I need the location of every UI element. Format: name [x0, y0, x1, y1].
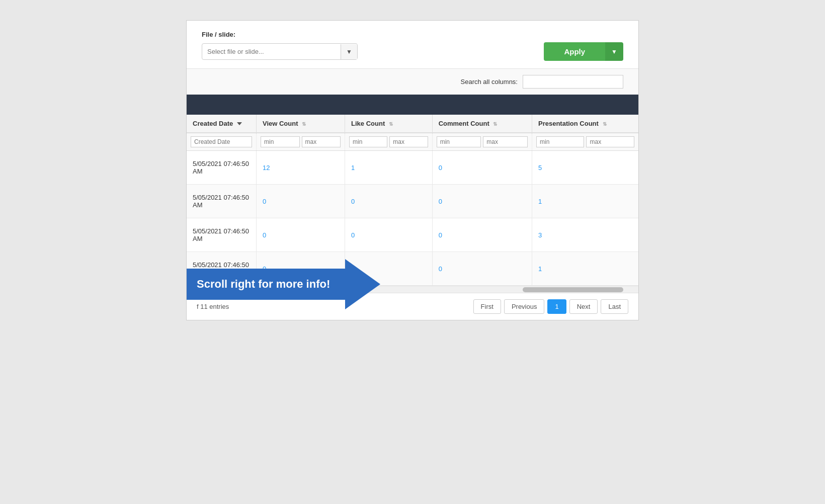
file-slide-row: ▼ Apply ▼: [202, 42, 623, 61]
col-header-presentation-count[interactable]: Presentation Count ⇅: [532, 115, 638, 133]
file-slide-label: File / slide:: [202, 31, 623, 38]
sort-down-icon: [237, 122, 242, 125]
table-wrapper[interactable]: Created Date View Count ⇅ Like Count ⇅ C…: [187, 115, 638, 286]
filter-view-max[interactable]: [302, 136, 341, 147]
cell-presentation-count-3[interactable]: 1: [532, 252, 638, 286]
cell-created-date-0: 5/05/2021 07:46:50 AM: [187, 151, 256, 185]
scrollbar-thumb[interactable]: [523, 287, 623, 292]
file-select-chevron-icon[interactable]: ▼: [341, 44, 357, 59]
filter-presentation-min[interactable]: [536, 136, 585, 147]
cell-comment-count-1[interactable]: 0: [432, 185, 532, 218]
filter-view-count: [256, 133, 345, 151]
top-section: File / slide: ▼ Apply ▼: [187, 21, 638, 68]
last-page-button[interactable]: Last: [601, 299, 628, 314]
filter-created-date-input[interactable]: [191, 136, 252, 147]
apply-dropdown-button[interactable]: ▼: [605, 42, 623, 61]
main-panel: File / slide: ▼ Apply ▼ Search all colum…: [186, 20, 639, 320]
filter-comment-min[interactable]: [437, 136, 481, 147]
search-label: Search all columns:: [461, 78, 518, 86]
previous-page-button[interactable]: Previous: [504, 299, 545, 314]
column-headers-row: Created Date View Count ⇅ Like Count ⇅ C…: [187, 115, 638, 133]
filter-comment-max[interactable]: [483, 136, 528, 147]
file-select-wrapper: ▼: [202, 43, 358, 60]
filter-like-count: [345, 133, 433, 151]
table-row: 5/05/2021 07:46:50 AM 12 1 0 5: [187, 151, 638, 185]
sort-icon-presentation: ⇅: [603, 121, 607, 127]
entries-text: f 11 entries: [197, 303, 229, 310]
col-header-comment-count[interactable]: Comment Count ⇅: [432, 115, 532, 133]
cell-created-date-2: 5/05/2021 07:46:50 AM: [187, 218, 256, 252]
filter-like-min[interactable]: [349, 136, 387, 147]
file-select-input[interactable]: [202, 44, 341, 59]
cell-comment-count-3[interactable]: 0: [432, 252, 532, 286]
table-header-bar: [187, 95, 638, 115]
apply-button-group: Apply ▼: [544, 42, 623, 61]
sort-icon-like: ⇅: [389, 121, 393, 127]
col-header-created-date[interactable]: Created Date: [187, 115, 256, 133]
col-header-like-count[interactable]: Like Count ⇅: [345, 115, 433, 133]
cell-comment-count-2[interactable]: 0: [432, 218, 532, 252]
col-header-view-count[interactable]: View Count ⇅: [256, 115, 345, 133]
table-body: 5/05/2021 07:46:50 AM 12 1 0 5 5/05/2021…: [187, 151, 638, 286]
filter-presentation-count: [532, 133, 638, 151]
scroll-banner: Scroll right for more info!: [187, 269, 345, 300]
cell-like-count-0[interactable]: 1: [345, 151, 433, 185]
cell-created-date-1: 5/05/2021 07:46:50 AM: [187, 185, 256, 218]
cell-presentation-count-2[interactable]: 3: [532, 218, 638, 252]
filter-comment-count: [432, 133, 532, 151]
filter-created-date: [187, 133, 256, 151]
filter-like-max[interactable]: [389, 136, 428, 147]
cell-view-count-1[interactable]: 0: [256, 185, 345, 218]
sort-icon-view: ⇅: [302, 121, 306, 127]
cell-like-count-2[interactable]: 0: [345, 218, 433, 252]
cell-presentation-count-1[interactable]: 1: [532, 185, 638, 218]
cell-comment-count-0[interactable]: 0: [432, 151, 532, 185]
next-page-button[interactable]: Next: [569, 299, 598, 314]
filter-presentation-max[interactable]: [586, 136, 634, 147]
filter-row: [187, 133, 638, 151]
first-page-button[interactable]: First: [473, 299, 501, 314]
sort-icon-comment: ⇅: [493, 121, 497, 127]
table-row: 5/05/2021 07:46:50 AM 0 0 0 1: [187, 185, 638, 218]
cell-presentation-count-0[interactable]: 5: [532, 151, 638, 185]
table-row: 5/05/2021 07:46:50 AM 0 0 0 3: [187, 218, 638, 252]
scroll-banner-text: Scroll right for more info!: [197, 278, 330, 291]
search-input[interactable]: [523, 75, 623, 89]
current-page-button[interactable]: 1: [547, 299, 566, 314]
data-table: Created Date View Count ⇅ Like Count ⇅ C…: [187, 115, 638, 286]
filter-view-min[interactable]: [261, 136, 300, 147]
apply-button[interactable]: Apply: [544, 42, 605, 61]
cell-view-count-0[interactable]: 12: [256, 151, 345, 185]
cell-view-count-2[interactable]: 0: [256, 218, 345, 252]
search-section: Search all columns:: [187, 69, 638, 95]
scroll-arrow-icon: [345, 259, 380, 309]
cell-like-count-1[interactable]: 0: [345, 185, 433, 218]
